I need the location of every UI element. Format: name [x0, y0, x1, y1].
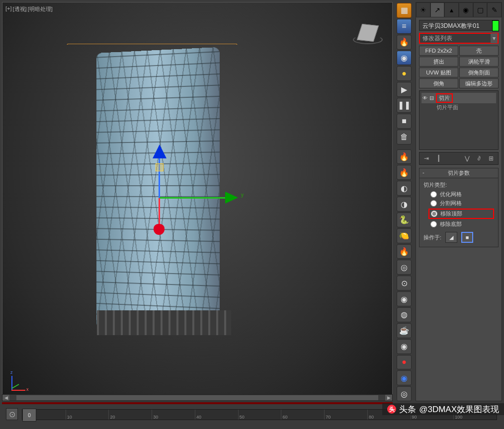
vtool-fire-icon[interactable]: 🔥 [397, 35, 412, 50]
scroll-right-icon[interactable]: ▶ [385, 395, 392, 401]
vertical-toolbar: ▦ ≡ 🔥 ◉ ● ▶ ❚❚ ■ 🗑 🔥 🔥 ◐ ◑ 🐍 🍋 🔥 ◎ ⊙ ◉ ◍… [396, 2, 413, 401]
vtool-3[interactable]: ◉ [397, 51, 412, 66]
vtool-21[interactable]: ◉ [397, 339, 412, 354]
toutiao-icon: 头 [387, 405, 396, 414]
building-base [97, 310, 231, 335]
stack-sub-label: 切片平面 [436, 104, 458, 111]
vtool-17[interactable]: ⊙ [397, 276, 412, 290]
viewport-scrollbar[interactable]: ◀ ▶ [2, 394, 393, 401]
command-panel: ☀ ↗ ▴ ◉ ▢ ✎ 云学贝3DMAX教学01 修改器列表 ▾ FFD 2x2… [416, 2, 502, 401]
rollout-header[interactable]: - 切片参数 [420, 168, 498, 178]
vtool-16[interactable]: ◎ [397, 260, 412, 275]
hierarchy-tab[interactable]: ▴ [444, 2, 459, 17]
radio-remove-bottom[interactable]: 移除底部 [430, 220, 494, 228]
expand-icon[interactable]: ⊟ [429, 95, 434, 101]
remove-modifier-icon[interactable]: ∂ [474, 153, 484, 163]
vtool-23[interactable]: ◉ [397, 370, 412, 385]
display-tab[interactable]: ▢ [473, 2, 488, 17]
radio-split-mesh[interactable]: 分割网格 [430, 200, 494, 207]
watermark: 头 头条 @3DMAX效果图表现 [382, 403, 504, 415]
timeline-handle[interactable]: 0 [22, 409, 36, 422]
stack-modifier-name: 切片 [436, 93, 453, 103]
vtool-11[interactable]: ◐ [397, 181, 412, 196]
trash-icon[interactable]: 🗑 [397, 130, 412, 144]
utilities-tab[interactable]: ✎ [487, 2, 502, 17]
mod-bevel-button[interactable]: 倒角 [419, 78, 458, 88]
viewport[interactable]: [+] [透视] [明暗处理] y z x [2, 2, 393, 401]
scroll-thumb[interactable] [16, 395, 378, 400]
radio-refine-mesh[interactable]: 优化网格 [430, 191, 494, 198]
mod-extrude-button[interactable]: 挤出 [419, 57, 458, 67]
pin-stack-icon[interactable]: ⇥ [421, 153, 431, 163]
mod-turbosmooth-button[interactable]: 涡轮平滑 [459, 57, 499, 67]
ground-plane [67, 44, 238, 44]
configure-sets-icon[interactable]: ⊞ [486, 153, 496, 163]
modifier-list-dropdown[interactable]: 修改器列表 ▾ [419, 33, 499, 44]
viewport-label-group: [+] [透视] [明暗处理] [5, 5, 53, 13]
operate-face-button[interactable]: ◢ [445, 232, 457, 243]
vtool-15[interactable]: 🔥 [397, 244, 412, 259]
vtool-10[interactable]: 🔥 [397, 165, 412, 180]
modifier-stack[interactable]: 👁 ⊟ 切片 切片平面 [419, 90, 499, 150]
viewport-view-mode[interactable]: [透视] [13, 5, 27, 13]
vtool-24[interactable]: ◎ [397, 386, 412, 401]
vtool-12[interactable]: ◑ [397, 197, 412, 212]
show-end-result-icon[interactable]: ┃ [433, 153, 443, 163]
chevron-down-icon: ▾ [491, 33, 498, 43]
make-unique-icon[interactable]: ⋁ [462, 153, 472, 163]
mod-uvw-button[interactable]: UVW 贴图 [419, 68, 458, 77]
object-name-text: 云学贝3DMAX教学01 [422, 22, 480, 29]
viewport-shading-mode[interactable]: [明暗处理] [28, 5, 53, 13]
vtool-4[interactable]: ● [397, 66, 412, 81]
viewport-maximize[interactable]: [+] [5, 5, 12, 13]
modifier-dropdown-label: 修改器列表 [422, 34, 452, 43]
motion-tab[interactable]: ◉ [459, 2, 473, 17]
watermark-text: @3DMAX效果图表现 [419, 404, 499, 415]
mod-bevelprofile-button[interactable]: 倒角剖面 [459, 68, 499, 77]
rollout-title: 切片参数 [448, 170, 470, 176]
timeline-redbar [2, 402, 393, 404]
vtool-0[interactable]: ▦ [397, 3, 412, 18]
vtool-22[interactable]: ● [397, 355, 412, 370]
watermark-prefix: 头条 [399, 404, 416, 415]
vtool-13[interactable]: 🐍 [397, 213, 412, 227]
stack-toolbar: ⇥ ┃ ⋁ ∂ ⊞ [419, 152, 499, 165]
vtool-19[interactable]: ◍ [397, 307, 412, 322]
mod-editpoly-button[interactable]: 编辑多边形 [459, 78, 499, 88]
panel-tabs: ☀ ↗ ▴ ◉ ▢ ✎ [416, 2, 502, 17]
mod-ffd-button[interactable]: FFD 2x2x2 [419, 46, 458, 56]
create-tab[interactable]: ☀ [416, 2, 430, 17]
vtool-20[interactable]: ☕ [397, 323, 412, 338]
vtool-1[interactable]: ≡ [397, 19, 412, 34]
viewcube[interactable] [355, 22, 380, 47]
stack-sub-sliceplane[interactable]: 切片平面 [421, 103, 496, 112]
slice-params-rollout: - 切片参数 切片类型: 优化网格 分割网格 移除顶部 移除底部 操作于: ◢ … [419, 168, 499, 247]
mod-shell-button[interactable]: 壳 [459, 46, 499, 56]
modifier-buttons: FFD 2x2x2 壳 挤出 涡轮平滑 UVW 贴图 倒角剖面 倒角 编辑多边形 [419, 46, 499, 88]
vtool-9[interactable]: 🔥 [397, 149, 412, 164]
stop-icon[interactable]: ■ [397, 114, 412, 129]
modify-tab[interactable]: ↗ [430, 2, 445, 17]
pause-icon[interactable]: ❚❚ [397, 98, 412, 113]
stack-item-slice[interactable]: 👁 ⊟ 切片 [421, 93, 496, 103]
autokey-button[interactable]: ⊙ [6, 408, 18, 420]
object-name-field[interactable]: 云学贝3DMAX教学01 [419, 20, 499, 31]
operate-on-label: 操作于: [423, 234, 441, 241]
vtool-14[interactable]: 🍋 [397, 228, 412, 243]
building-mesh[interactable] [96, 47, 220, 331]
radio-remove-top[interactable]: 移除顶部 [428, 209, 494, 219]
play-icon[interactable]: ▶ [397, 82, 412, 97]
visibility-icon[interactable]: 👁 [422, 95, 427, 101]
scroll-left-icon[interactable]: ◀ [2, 395, 9, 401]
axis-label-y: y [241, 192, 244, 198]
object-color-swatch[interactable] [492, 20, 499, 31]
vtool-18[interactable]: ◉ [397, 291, 412, 306]
slice-type-label: 切片类型: [423, 181, 494, 189]
operate-poly-button[interactable]: ■ [461, 232, 473, 243]
